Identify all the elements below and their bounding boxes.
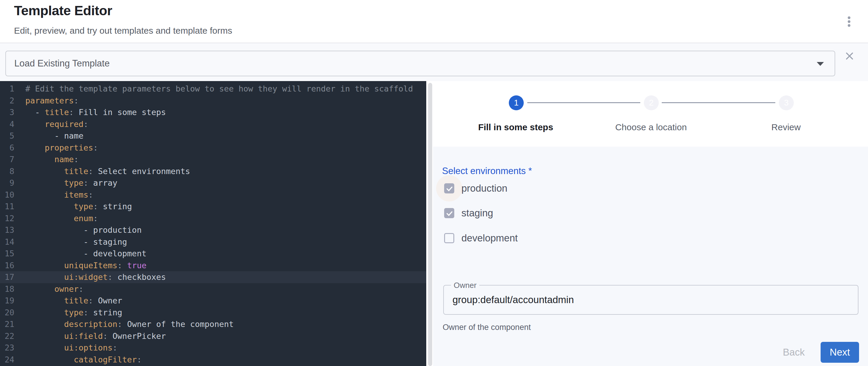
line-number: 22 xyxy=(0,330,14,342)
more-options-button[interactable] xyxy=(840,12,858,30)
editor-line[interactable]: 19 title: Owner xyxy=(0,295,426,307)
line-number: 6 xyxy=(0,142,14,154)
line-number: 20 xyxy=(0,307,14,318)
editor-line[interactable]: 24 catalogFilter: xyxy=(0,354,426,366)
editor-line[interactable]: 16 uniqueItems: true xyxy=(0,260,426,272)
code-text: - production xyxy=(25,224,142,236)
code-text: type: string xyxy=(25,307,122,318)
editor-line[interactable]: 18 owner: xyxy=(0,283,426,295)
editor-line[interactable]: 8 title: Select environments xyxy=(0,165,426,177)
owner-input[interactable] xyxy=(453,285,846,314)
editor-line[interactable]: 2parameters: xyxy=(0,95,426,107)
code-editor[interactable]: 1# Edit the template parameters below to… xyxy=(0,81,426,366)
close-button[interactable] xyxy=(843,50,856,63)
line-number: 24 xyxy=(0,354,14,366)
code-text: - development xyxy=(25,248,146,260)
code-text: - title: Fill in some steps xyxy=(25,106,166,118)
load-template-bar: Load Existing Template xyxy=(0,43,868,81)
code-text: - name xyxy=(25,130,84,142)
owner-field: Owner xyxy=(443,285,859,315)
dropdown-arrow-icon xyxy=(817,62,824,66)
code-text: title: Owner xyxy=(25,295,122,307)
step-connector xyxy=(527,102,640,103)
template-form: Select environments * production staging xyxy=(433,147,868,366)
editor-line[interactable]: 6 properties: xyxy=(0,142,426,154)
kebab-menu-icon xyxy=(848,17,850,27)
code-text: owner: xyxy=(25,283,84,295)
code-text: ui:field: OwnerPicker xyxy=(25,330,166,342)
checkbox-row-production: production xyxy=(444,183,507,193)
line-number: 2 xyxy=(0,95,14,107)
back-button[interactable]: Back xyxy=(776,342,812,363)
line-number: 8 xyxy=(0,165,14,177)
code-text: description: Owner of the component xyxy=(25,318,234,330)
code-text: required: xyxy=(25,118,88,130)
environments-field-label: Select environments * xyxy=(442,166,532,177)
checkbox-row-staging: staging xyxy=(444,208,493,218)
line-number: 13 xyxy=(0,224,14,236)
page-header: Template Editor Edit, preview, and try o… xyxy=(0,0,868,42)
line-number: 5 xyxy=(0,130,14,142)
line-number: 7 xyxy=(0,153,14,165)
line-number: 3 xyxy=(0,106,14,118)
editor-line[interactable]: 10 items: xyxy=(0,189,426,201)
stepper: 1 2 3 Fill in some steps Choose a locati… xyxy=(432,81,868,147)
line-number: 16 xyxy=(0,260,14,272)
code-text: enum: xyxy=(25,213,98,224)
next-button[interactable]: Next xyxy=(820,342,859,363)
checkbox-staging[interactable] xyxy=(444,208,454,218)
editor-line[interactable]: 21 description: Owner of the component xyxy=(0,318,426,330)
step-label-review: Review xyxy=(726,122,846,132)
line-number: 1 xyxy=(0,83,14,95)
panel-scrollbar[interactable] xyxy=(428,83,432,366)
checkbox-row-development: development xyxy=(444,233,518,243)
editor-line[interactable]: 13 - production xyxy=(0,224,426,236)
page-title: Template Editor xyxy=(14,3,112,19)
checkbox-production[interactable] xyxy=(444,183,454,193)
owner-helper-text: Owner of the component xyxy=(443,323,531,332)
code-text: parameters: xyxy=(25,95,79,107)
step-label-fill-in-some-steps: Fill in some steps xyxy=(456,122,575,132)
code-text: catalogFilter: xyxy=(25,354,142,366)
editor-line[interactable]: 12 enum: xyxy=(0,213,426,224)
select-value: Load Existing Template xyxy=(14,51,110,76)
load-existing-template-select[interactable]: Load Existing Template xyxy=(5,51,835,76)
check-icon xyxy=(445,209,454,218)
line-number: 14 xyxy=(0,236,14,248)
line-number: 19 xyxy=(0,295,14,307)
code-text: name: xyxy=(25,153,79,165)
line-number: 23 xyxy=(0,342,14,354)
editor-line[interactable]: 5 - name xyxy=(0,130,426,142)
editor-line[interactable]: 1# Edit the template parameters below to… xyxy=(0,83,426,95)
code-text: items: xyxy=(25,189,93,201)
step-label-choose-a-location: Choose a location xyxy=(591,122,711,132)
step-connector xyxy=(662,102,775,103)
editor-line[interactable]: 3 - title: Fill in some steps xyxy=(0,106,426,118)
line-number: 4 xyxy=(0,118,14,130)
editor-lines: 1# Edit the template parameters below to… xyxy=(0,83,426,365)
editor-line[interactable]: 17 ui:widget: checkboxes xyxy=(0,271,426,283)
editor-line[interactable]: 22 ui:field: OwnerPicker xyxy=(0,330,426,342)
editor-line[interactable]: 11 type: string xyxy=(0,201,426,213)
editor-line[interactable]: 9 type: array xyxy=(0,177,426,189)
code-text: properties: xyxy=(25,142,98,154)
checkbox-label-production[interactable]: production xyxy=(461,183,507,194)
code-text: type: string xyxy=(25,201,132,213)
code-text: ui:widget: checkboxes xyxy=(25,271,166,283)
editor-line[interactable]: 20 type: string xyxy=(0,307,426,318)
close-icon xyxy=(843,50,856,62)
checkbox-development[interactable] xyxy=(444,233,454,243)
editor-line[interactable]: 14 - staging xyxy=(0,236,426,248)
step-indicator-3: 3 xyxy=(779,95,794,110)
checkbox-label-development[interactable]: development xyxy=(461,233,518,244)
line-number: 9 xyxy=(0,177,14,189)
editor-line[interactable]: 23 ui:options: xyxy=(0,342,426,354)
editor-line[interactable]: 15 - development xyxy=(0,248,426,260)
line-number: 11 xyxy=(0,201,14,213)
line-number: 17 xyxy=(0,271,14,283)
editor-line[interactable]: 4 required: xyxy=(0,118,426,130)
code-text: # Edit the template parameters below to … xyxy=(25,83,413,95)
code-text: title: Select environments xyxy=(25,165,190,177)
editor-line[interactable]: 7 name: xyxy=(0,153,426,165)
checkbox-label-staging[interactable]: staging xyxy=(461,208,493,219)
